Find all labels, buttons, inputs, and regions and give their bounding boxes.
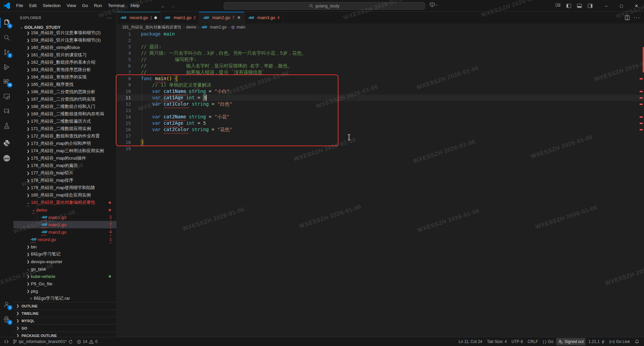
tree-folder-kube-vehicle[interactable]: ❯kube-vehicle: [13, 273, 116, 280]
tree-folder-178_尚硅谷_map排序[interactable]: ❯178_尚硅谷_map排序: [13, 177, 116, 184]
tree-folder-172_尚硅谷_数组和查找的作业布置[interactable]: ❯172_尚硅谷_数组和查找的作业布置: [13, 132, 116, 140]
code-line-2[interactable]: 2: [117, 37, 644, 44]
section-outline[interactable]: ❯OUTLINE: [13, 302, 116, 309]
code-line-1[interactable]: 1package main: [117, 31, 644, 37]
problems-status[interactable]: 14 0: [75, 338, 100, 345]
section-timeline[interactable]: ❯TIMELINE: [13, 309, 116, 317]
code-line-3[interactable]: 3// 题目:: [117, 44, 644, 50]
tree-folder-176_尚硅谷_map的遍历[interactable]: ❯176_尚硅谷_map的遍历: [13, 162, 116, 169]
toggle-primary-sidebar-icon[interactable]: [564, 2, 573, 10]
code-editor[interactable]: 1package main23// 题目:4// 两只猫: 一只名字叫小白，3岁…: [117, 31, 644, 337]
tree-file-main3.go[interactable]: GOmain3.go4: [13, 228, 116, 236]
command-center-search[interactable]: golang_study: [224, 2, 425, 10]
tree-folder-demo[interactable]: ⌄demo: [13, 206, 116, 214]
settings-sync-indicator[interactable]: [430, 3, 438, 7]
window-minimize-button[interactable]: –: [599, 0, 614, 12]
cursor-position-status[interactable]: Ln 11, Col 24: [457, 338, 484, 345]
tree-folder-166_尚硅谷_二分查找的思路分析[interactable]: ❯166_尚硅谷_二分查找的思路分析: [13, 88, 116, 96]
tree-file-main1.go[interactable]: GOmain1.go2: [13, 214, 116, 221]
tree-folder-169_尚硅谷_二维数组使用和内存布局[interactable]: ❯169_尚硅谷_二维数组使用和内存布局: [13, 110, 116, 118]
tree-file-main2.go[interactable]: GOmain2.go7: [13, 221, 116, 228]
activity-source-control-icon[interactable]: 1: [0, 46, 13, 59]
tree-folder-161_尚硅谷_切片的课堂练习[interactable]: ❯161_尚硅谷_切片的课堂练习: [13, 51, 116, 59]
menu-view[interactable]: View: [64, 1, 79, 10]
window-close-button[interactable]: ✕: [629, 0, 644, 12]
activity-chat-icon[interactable]: [0, 105, 13, 118]
code-line-6[interactable]: 6// 输入名字时，显示对应猫咪的 名字，年龄，颜色。: [117, 63, 644, 69]
tree-folder-168_尚硅谷_二维数组介绍和入门[interactable]: ❯168_尚硅谷_二维数组介绍和入门: [13, 103, 116, 110]
window-maximize-button[interactable]: ▢: [614, 0, 629, 12]
code-line-10[interactable]: 10 var cat1Name string = "小白": [117, 88, 644, 95]
go-version-status[interactable]: 1.21.1: [586, 338, 606, 345]
code-line-17[interactable]: 17: [117, 133, 644, 139]
more-actions-icon[interactable]: ···: [634, 15, 640, 21]
tree-folder-175_尚硅谷_map的crud操作[interactable]: ❯175_尚硅谷_map的crud操作: [13, 155, 116, 162]
activity-json-icon[interactable]: Json: [0, 152, 13, 165]
menu-help[interactable]: Help: [127, 1, 143, 10]
customize-layout-icon[interactable]: [553, 2, 562, 10]
code-line-18[interactable]: 18}: [117, 139, 644, 146]
code-line-16[interactable]: 16 var cat2Color string = "花色": [117, 126, 644, 133]
tab-close-icon[interactable]: ✕: [237, 15, 241, 20]
breadcrumb-item-demo[interactable]: demo: [186, 25, 196, 30]
encoding-status[interactable]: UTF-8: [509, 338, 525, 345]
tree-folder-159_尚硅谷_切片注意事项和细节(3)[interactable]: ❯159_尚硅谷_切片注意事项和细节(3): [13, 37, 116, 44]
activity-explorer-icon[interactable]: 1: [0, 16, 13, 30]
tree-folder-163_尚硅谷_冒泡排序思路分析[interactable]: ❯163_尚硅谷_冒泡排序思路分析: [13, 66, 116, 73]
section-package-outline[interactable]: ❯PACKAGE OUTLINE: [13, 332, 116, 337]
language-mode-status[interactable]: { } Go: [541, 338, 555, 345]
tree-folder-165_尚硅谷_顺序查找[interactable]: ❯165_尚硅谷_顺序查找: [13, 81, 116, 88]
activity-test-beaker-icon[interactable]: [0, 119, 13, 133]
tree-root-folder[interactable]: ⌄ GOLANG_STUDY: [13, 23, 116, 31]
menu-selection[interactable]: Selection: [40, 1, 63, 10]
nav-forward-icon[interactable]: →: [170, 3, 175, 9]
tab-record.go[interactable]: GOrecord.go1: [117, 12, 161, 23]
code-line-7[interactable]: 7// 如果输入错误，提示 `没有该猫信息`: [117, 69, 644, 75]
section-mysql[interactable]: ❯MYSQL: [13, 317, 116, 324]
code-line-14[interactable]: 14 var cat2Name string = "小花": [117, 114, 644, 120]
activity-search-icon[interactable]: [0, 31, 13, 44]
tab-main1.go[interactable]: GOmain1.go2: [161, 12, 199, 23]
tree-folder-170_尚硅谷_二维数组遍历方式[interactable]: ❯170_尚硅谷_二维数组遍历方式: [13, 118, 116, 125]
tree-folder-180_尚硅谷_map综合应用实例[interactable]: ❯180_尚硅谷_map综合应用实例: [13, 191, 116, 199]
tab-main3.go[interactable]: GOmain3.go4: [245, 12, 283, 23]
toggle-panel-icon[interactable]: [575, 2, 584, 10]
tree-folder-devops-exporter[interactable]: ❯devops-exporter: [13, 258, 116, 265]
tree-folder-164_尚硅谷_冒泡排序的实现[interactable]: ❯164_尚硅谷_冒泡排序的实现: [13, 73, 116, 81]
tree-folder-174_尚硅谷_map三种用法和应用实例[interactable]: ❯174_尚硅谷_map三种用法和应用实例: [13, 147, 116, 155]
activity-accounts-icon[interactable]: 1: [0, 298, 13, 311]
menu-edit[interactable]: Edit: [26, 1, 40, 10]
nav-back-icon[interactable]: ←: [161, 3, 166, 9]
section-go[interactable]: ❯GO: [13, 324, 116, 332]
remote-indicator[interactable]: [2, 338, 11, 345]
tree-folder-160_尚硅谷_string和slice[interactable]: ❯160_尚硅谷_string和slice: [13, 44, 116, 51]
code-line-8[interactable]: 8func main() {: [117, 75, 644, 82]
tree-folder-171_尚硅谷_二维数组应用实例[interactable]: ❯171_尚硅谷_二维数组应用实例: [13, 125, 116, 132]
tree-folder-bin[interactable]: ❯bin: [13, 243, 116, 250]
code-line-13[interactable]: 13: [117, 107, 644, 114]
code-line-15[interactable]: 15 var cat2Age int = 5: [117, 120, 644, 126]
breadcrumb[interactable]: 181_尚硅谷_面向对象编程必要性›demo›GOmain2.go›main: [117, 23, 644, 31]
code-line-19[interactable]: 19: [117, 146, 644, 152]
code-line-11[interactable]: 11 var cat1Age int = 3: [117, 95, 644, 101]
breadcrumb-item-main2.go[interactable]: main2.go: [210, 25, 226, 30]
tree-folder-pkg[interactable]: ❯pkg: [13, 287, 116, 295]
notifications-bell[interactable]: [633, 338, 641, 345]
toggle-secondary-sidebar-icon[interactable]: [585, 2, 595, 10]
activity-remote-explorer-icon[interactable]: [0, 90, 13, 103]
menu-go[interactable]: Go: [79, 1, 91, 10]
go-live-status[interactable]: Go Live: [607, 338, 632, 345]
tree-folder-173_尚硅谷_map的介绍和声明[interactable]: ❯173_尚硅谷_map的介绍和声明: [13, 140, 116, 147]
tree-folder-179_尚硅谷_map使用细节和陷阱[interactable]: ❯179_尚硅谷_map使用细节和陷阱: [13, 184, 116, 191]
menu-run[interactable]: Run: [91, 1, 105, 10]
tab-size-status[interactable]: Tab Size: 4: [485, 338, 509, 345]
activity-python-icon[interactable]: [0, 136, 13, 150]
tree-file-B站go学习笔记.rar[interactable]: ≡B站go学习笔记.rar: [13, 295, 116, 302]
split-editor-icon[interactable]: [625, 15, 630, 20]
activity-extensions-icon[interactable]: 11: [0, 75, 13, 89]
explorer-more-actions-icon[interactable]: ···: [107, 15, 112, 20]
menu-terminal[interactable]: Terminal: [105, 1, 127, 10]
modified-dot-icon[interactable]: [154, 16, 157, 19]
tree-folder-P9_Go_file[interactable]: ❯P9_Go_file: [13, 280, 116, 287]
eol-status[interactable]: CRLF: [526, 338, 540, 345]
